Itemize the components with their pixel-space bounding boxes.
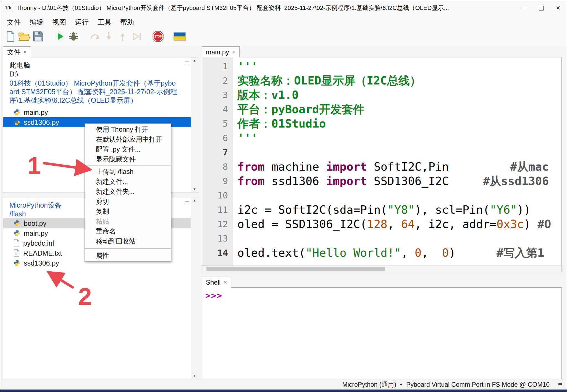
stop-sign-icon: STOP xyxy=(152,31,164,43)
code-area[interactable]: '''实验名称：OLED显示屏（I2C总线）版本：v1.0平台：pyBoard开… xyxy=(233,57,561,266)
python-icon xyxy=(13,230,20,237)
debug-button[interactable] xyxy=(67,30,80,44)
bottom-edge xyxy=(0,390,567,392)
file-name: pybcdc.inf xyxy=(23,239,54,247)
tree-item-current-folder[interactable]: 01科技（01Studio） MicroPython开发套件（基于pyboard… xyxy=(3,79,179,105)
language-flag-button[interactable] xyxy=(173,30,186,44)
svg-text:STOP: STOP xyxy=(154,35,162,38)
code-line xyxy=(237,188,561,203)
files-panel-menu-icon[interactable]: ≡ xyxy=(185,59,189,67)
tab-close-icon[interactable]: × xyxy=(232,49,235,56)
menu-edit[interactable]: 编辑 xyxy=(25,16,48,28)
scroll-up-icon[interactable]: ▲ xyxy=(191,198,198,202)
context-menu-item[interactable]: 上传到 /flash xyxy=(85,167,171,177)
code-line xyxy=(237,145,561,160)
files-tree: 此电脑 D:\ 01科技（01Studio） MicroPython开发套件（基… xyxy=(3,57,191,127)
close-button[interactable]: ✕ xyxy=(550,0,567,16)
line-number: 8 xyxy=(202,160,233,174)
maximize-button[interactable] xyxy=(532,0,550,16)
tab-close-icon[interactable]: × xyxy=(223,279,227,286)
code-line: from machine import SoftI2C,Pin #从mac xyxy=(237,160,561,174)
scroll-down-icon[interactable]: ▼ xyxy=(191,187,198,191)
files-scrollbar[interactable]: ▲ ▼ xyxy=(191,57,198,192)
line-number: 4 xyxy=(202,102,233,116)
device-panel-menu-icon[interactable]: ≡ xyxy=(185,199,189,207)
context-menu-item[interactable]: 使用 Thonny 打开 xyxy=(85,125,171,134)
new-file-button[interactable] xyxy=(4,30,17,44)
file-name: ssd1306.py xyxy=(24,259,59,267)
context-menu-item[interactable]: 新建文件夹... xyxy=(85,187,171,197)
context-menu-item[interactable]: 显示隐藏文件 xyxy=(85,154,171,164)
context-menu-item[interactable]: 复制 xyxy=(85,206,171,216)
line-number: 6 xyxy=(202,131,233,145)
open-folder-icon xyxy=(18,31,30,43)
save-icon xyxy=(33,31,43,43)
maximize-icon xyxy=(539,6,544,10)
scroll-down-icon[interactable]: ▼ xyxy=(191,374,198,378)
statusbar: MicroPython (通用) • Pyboard Virtual Comm … xyxy=(0,380,567,390)
shell-panel[interactable]: >>> xyxy=(202,287,562,379)
menu-view[interactable]: 视图 xyxy=(48,16,70,28)
code-line xyxy=(237,231,561,246)
line-number-gutter: 1234567891011121314 xyxy=(202,57,233,266)
open-file-button[interactable] xyxy=(18,30,31,44)
context-menu-item[interactable]: 属性 xyxy=(85,251,171,261)
line-number: 12 xyxy=(202,217,233,231)
context-menu-item[interactable]: 在默认外部应用中打开 xyxy=(85,134,171,144)
debug-bug-icon xyxy=(68,31,79,43)
context-menu-item[interactable]: 配置 .py 文件... xyxy=(85,144,171,154)
shell-prompt: >>> xyxy=(202,288,561,300)
menubar: 文件编辑视图运行工具帮助 xyxy=(0,16,567,28)
line-number: 3 xyxy=(202,88,233,102)
code-line: from ssd1306 import SSD1306_I2C #从ssd130… xyxy=(237,174,561,188)
tree-item-drive-d[interactable]: D:\ xyxy=(3,70,191,78)
menu-tools[interactable]: 工具 xyxy=(93,16,116,28)
shell-tab[interactable]: Shell × xyxy=(202,277,231,288)
step-out-icon xyxy=(117,31,128,43)
menu-separator xyxy=(85,248,171,249)
code-line: 版本：v1.0 xyxy=(237,88,561,102)
textfile-icon xyxy=(13,249,20,257)
run-button[interactable] xyxy=(53,30,66,44)
thonny-window: Th Thonny - D:\01科技（01Studio） MicroPytho… xyxy=(0,0,567,392)
file-name: main.py xyxy=(24,229,48,237)
stop-button[interactable]: STOP xyxy=(152,30,164,44)
line-number: 9 xyxy=(202,174,233,188)
ukraine-flag-icon xyxy=(174,32,186,42)
thonny-app-icon: Th xyxy=(4,3,13,13)
device-scrollbar[interactable]: ▲ ▼ xyxy=(191,197,198,379)
menu-file[interactable]: 文件 xyxy=(2,16,25,28)
scrollbar-thumb[interactable] xyxy=(206,267,385,271)
python-icon xyxy=(13,259,20,267)
code-editor[interactable]: 1234567891011121314 '''实验名称：OLED显示屏（I2C总… xyxy=(202,57,562,266)
titlebar: Th Thonny - D:\01科技（01Studio） MicroPytho… xyxy=(0,0,567,16)
tab-close-icon[interactable]: × xyxy=(23,49,27,56)
code-line: ''' xyxy=(237,131,561,145)
context-menu-item[interactable]: 移动到回收站 xyxy=(85,236,171,246)
context-menu-item[interactable]: 新建文件... xyxy=(85,177,171,187)
python-icon xyxy=(13,119,20,126)
file-main.py[interactable]: main.py xyxy=(3,107,191,117)
tree-item-this-pc[interactable]: 此电脑 xyxy=(3,61,191,70)
file-name: boot.py xyxy=(24,219,46,227)
menu-run[interactable]: 运行 xyxy=(70,16,93,28)
context-menu-item[interactable]: 重命名 xyxy=(85,226,171,236)
line-number: 1 xyxy=(202,59,233,73)
editor-tab[interactable]: main.py × xyxy=(202,46,240,57)
code-line: oled.text("Hello World!", 0, 0) #写入第1 xyxy=(237,246,561,260)
resume-icon xyxy=(131,31,142,43)
editor-horizontal-scrollbar[interactable] xyxy=(202,266,562,272)
scroll-up-icon[interactable]: ▲ xyxy=(191,59,198,62)
code-line: 作者：01Studio xyxy=(237,116,561,131)
menu-help[interactable]: 帮助 xyxy=(116,16,138,28)
status-interpreter[interactable]: MicroPython (通用) xyxy=(342,380,397,389)
status-port[interactable]: Pyboard Virtual Comm Port in FS Mode @ C… xyxy=(406,381,550,388)
context-menu-item[interactable]: 剪切 xyxy=(85,197,171,206)
files-panel-tab[interactable]: 文件 × xyxy=(3,46,31,57)
save-button[interactable] xyxy=(32,30,44,44)
minimize-button[interactable] xyxy=(515,0,532,16)
code-line: 实验名称：OLED显示屏（I2C总线） xyxy=(237,73,561,88)
run-icon xyxy=(54,31,65,43)
step-into-button xyxy=(103,30,115,44)
statusbar-menu-icon[interactable]: ≡ xyxy=(558,380,562,389)
